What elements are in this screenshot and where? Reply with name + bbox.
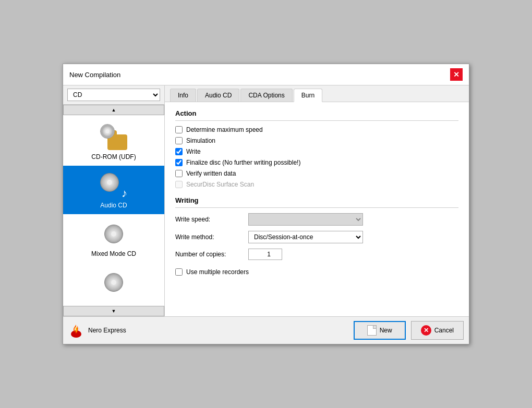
mixedcd-icon-area	[98, 219, 129, 248]
write-method-select[interactable]: Disc/Session-at-once Track-at-once Packe…	[248, 231, 363, 243]
action-divider	[175, 120, 458, 121]
finalize-label[interactable]: Finalize disc (No further writing possib…	[186, 159, 300, 166]
nero-express-label: Nero Express	[88, 327, 126, 334]
max-speed-row: Determine maximum speed	[175, 126, 458, 133]
securedisc-row: SecurDisc Surface Scan	[175, 181, 458, 188]
nero-express-branding: Nero Express	[68, 323, 126, 338]
simulation-row: Simulation	[175, 137, 458, 144]
write-checkbox[interactable]	[175, 148, 183, 155]
disc-type-dropdown[interactable]: CD DVD Blu-ray	[67, 89, 160, 101]
cdrom-icon	[100, 124, 127, 150]
list-item[interactable]: Mixed Mode CD	[63, 214, 164, 263]
copies-label: Number of copies:	[175, 251, 248, 258]
securedisc-checkbox	[175, 181, 183, 188]
audiocd-icon: ♪	[100, 172, 127, 199]
copies-row: Number of copies:	[175, 249, 458, 260]
tab-audiocd[interactable]: Audio CD	[197, 89, 239, 102]
write-method-label: Write method:	[175, 233, 248, 241]
scroll-up-button[interactable]: ▲	[63, 105, 164, 115]
list-item[interactable]	[63, 263, 164, 304]
writing-section: Writing Write speed: Write method: Disc/…	[175, 196, 458, 260]
tab-cdaoptions[interactable]: CDA Options	[240, 89, 292, 102]
max-speed-label[interactable]: Determine maximum speed	[186, 126, 263, 133]
writing-section-title: Writing	[175, 196, 458, 204]
scroll-down-button[interactable]: ▼	[63, 306, 164, 316]
extra-icon	[104, 273, 123, 292]
extra-icon-area	[98, 268, 129, 296]
write-speed-label: Write speed:	[175, 216, 248, 223]
compilation-types-list: CD-ROM (UDF) ♪ Audio CD	[63, 115, 164, 306]
write-speed-select[interactable]	[248, 213, 363, 226]
bottom-buttons: New ✕ Cancel	[354, 321, 464, 340]
max-speed-checkbox[interactable]	[175, 126, 183, 133]
left-panel: CD DVD Blu-ray ▲	[63, 85, 165, 316]
write-speed-row: Write speed:	[175, 213, 458, 226]
simulation-label[interactable]: Simulation	[186, 137, 215, 144]
selected-arrow-icon	[131, 181, 137, 190]
audiocd-icon-area: ♪	[98, 171, 129, 200]
write-method-row: Write method: Disc/Session-at-once Track…	[175, 231, 458, 243]
nero-flame-icon	[68, 323, 84, 338]
items-scroll-container: ▲ CD-ROM (UDF)	[63, 105, 164, 316]
mixedcd-label: Mixed Mode CD	[91, 250, 136, 257]
new-doc-icon	[367, 325, 377, 336]
burn-tab-content: Action Determine maximum speed Simulatio…	[165, 102, 469, 316]
finalize-checkbox[interactable]	[175, 159, 183, 166]
list-item[interactable]: CD-ROM (UDF)	[63, 117, 164, 166]
disc-shape	[100, 124, 115, 139]
dialog-body: CD DVD Blu-ray ▲	[63, 85, 469, 316]
tab-info[interactable]: Info	[170, 89, 196, 102]
simulation-checkbox[interactable]	[175, 137, 183, 144]
cdrom-icon-area	[98, 122, 129, 151]
write-row: Write	[175, 148, 458, 155]
new-button[interactable]: New	[354, 321, 406, 340]
close-button[interactable]: ✕	[450, 68, 463, 81]
dialog-title: New Compilation	[69, 71, 120, 79]
multi-recorder-label[interactable]: Use multiple recorders	[186, 268, 249, 276]
disc-shape	[100, 173, 119, 192]
disc-type-dropdown-container: CD DVD Blu-ray	[63, 85, 164, 105]
title-bar: New Compilation ✕	[63, 64, 469, 85]
copies-input[interactable]	[248, 249, 282, 260]
cancel-button[interactable]: ✕ Cancel	[411, 321, 464, 340]
right-panel: Info Audio CD CDA Options Burn Action	[165, 85, 469, 316]
tab-burn[interactable]: Burn	[294, 89, 322, 102]
cdrom-label: CD-ROM (UDF)	[91, 153, 136, 160]
list-item[interactable]: ♪ Audio CD	[63, 166, 164, 214]
bottom-bar: Nero Express New ✕ Cancel	[63, 316, 469, 344]
cancel-x-icon: ✕	[421, 325, 431, 336]
securedisc-label: SecurDisc Surface Scan	[186, 181, 254, 188]
action-section-title: Action	[175, 109, 458, 117]
multi-recorder-row: Use multiple recorders	[175, 268, 458, 276]
audiocd-label: Audio CD	[100, 202, 127, 209]
new-compilation-dialog: New Compilation ✕ CD DVD Blu-ray ▲	[63, 64, 469, 344]
music-note-icon: ♪	[122, 188, 127, 199]
multi-recorder-checkbox[interactable]	[175, 268, 183, 276]
verify-checkbox[interactable]	[175, 170, 183, 177]
write-label[interactable]: Write	[186, 148, 201, 155]
writing-divider	[175, 207, 458, 208]
finalize-row: Finalize disc (No further writing possib…	[175, 159, 458, 166]
mixedcd-icon	[104, 225, 123, 243]
verify-label[interactable]: Verify written data	[186, 170, 236, 177]
verify-row: Verify written data	[175, 170, 458, 177]
tabs-bar: Info Audio CD CDA Options Burn	[165, 85, 469, 102]
